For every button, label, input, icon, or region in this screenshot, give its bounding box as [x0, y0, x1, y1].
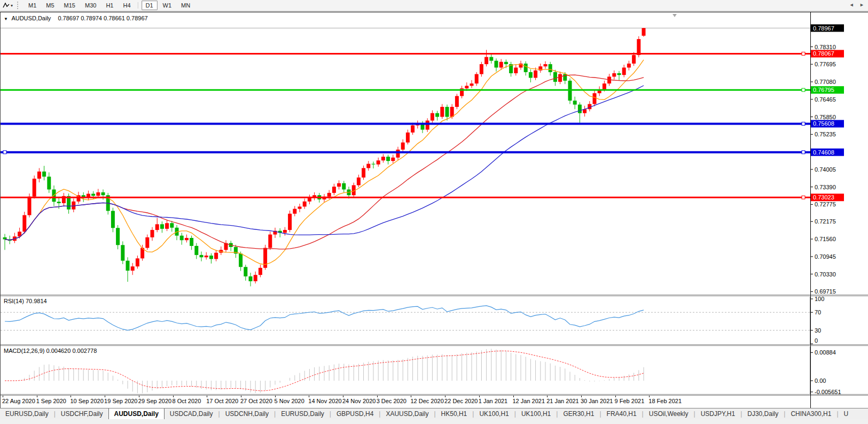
tab-usdcnh-daily[interactable]: USDCNH,Daily: [220, 409, 274, 419]
scroll-left-icon[interactable]: ◄: [849, 2, 856, 7]
date-label: 9 Feb 2021: [615, 398, 645, 404]
price-tick-label: 0.69715: [815, 288, 836, 295]
timeframe-button-m30[interactable]: M30: [81, 1, 100, 10]
chevron-down-icon[interactable]: ▾: [11, 3, 13, 8]
macd-indicator-label: MACD(12,26,9) 0.004620 0.002778: [4, 348, 97, 354]
date-tick: [411, 396, 411, 397]
timeframe-button-m15[interactable]: M15: [60, 1, 80, 10]
date-label: 22 Dec 2020: [444, 398, 478, 404]
macd-tick-label: 0.00: [815, 377, 826, 384]
date-label: 18 Feb 2021: [648, 398, 682, 404]
rsi-tick-label: 70: [815, 309, 821, 315]
tab-usdcad-daily[interactable]: USDCAD,Daily: [165, 409, 218, 419]
date-tick: [581, 396, 582, 397]
chart-tab-bar: EURUSD,Daily|USDCHF,DailyAUDUSD,DailyUSD…: [0, 408, 868, 419]
date-label: 10 Sep 2020: [70, 398, 103, 404]
zigzag-glyph: [2, 2, 10, 9]
svg-text:0.74608: 0.74608: [813, 149, 834, 156]
tab-audusd-daily[interactable]: AUDUSD,Daily: [108, 408, 165, 419]
tab-usdchf-daily[interactable]: USDCHF,Daily: [56, 409, 108, 419]
date-tick: [3, 396, 3, 397]
rsi-tick-label: 0: [815, 337, 818, 344]
timeframe-button-d1[interactable]: D1: [142, 1, 158, 10]
price-chart[interactable]: 0.783100.776950.770800.764650.758500.752…: [1, 12, 868, 295]
horizontal-line[interactable]: [1, 52, 810, 55]
date-label: 27 Oct 2020: [240, 398, 272, 404]
line-anchor[interactable]: [802, 52, 805, 55]
macd-chart[interactable]: 0.008840.00-0.005651: [1, 346, 868, 394]
tab-dj30-daily[interactable]: DJ30,Daily: [742, 409, 784, 419]
svg-text:0.76795: 0.76795: [813, 87, 834, 93]
line-anchor[interactable]: [802, 88, 805, 91]
price-tick-label: 0.71560: [815, 236, 836, 242]
toolbar-drag-grip[interactable]: [17, 2, 20, 9]
date-tick: [139, 396, 139, 397]
horizontal-line[interactable]: [1, 122, 810, 125]
tab-eurusd-daily[interactable]: EURUSD,Daily: [0, 409, 54, 419]
timeframe-button-h1[interactable]: H1: [101, 1, 118, 10]
date-label: 24 Nov 2020: [342, 398, 376, 404]
timeframe-button-mn[interactable]: MN: [177, 1, 194, 10]
tab-gbpusd-h4[interactable]: GBPUSD,H4: [331, 409, 379, 419]
slow-ma-line[interactable]: [5, 86, 644, 240]
tab-uk100-h1[interactable]: UK100,H1: [516, 409, 556, 419]
horizontal-line[interactable]: [1, 196, 810, 199]
tab-eurusd-daily[interactable]: EURUSD,Daily: [276, 409, 330, 419]
date-tick: [479, 396, 480, 397]
date-tick: [275, 396, 276, 397]
tab-usoil-weekly[interactable]: USOil,Weekly: [644, 409, 694, 419]
price-tick-label: 0.78310: [815, 44, 836, 50]
date-tick: [309, 396, 309, 397]
tab-china300-h1[interactable]: CHINA300,H1: [785, 409, 836, 419]
timeframe-button-h4[interactable]: H4: [119, 1, 135, 10]
price-tick-label: 0.72175: [815, 218, 836, 225]
timeframe-button-w1[interactable]: W1: [159, 1, 176, 10]
svg-text:0.73023: 0.73023: [813, 194, 834, 201]
rsi-chart[interactable]: 10070300: [1, 297, 868, 344]
date-label: 3 Dec 2020: [377, 398, 406, 404]
line-anchor[interactable]: [802, 151, 805, 154]
price-axis-divider: [810, 12, 811, 408]
line-anchor[interactable]: [802, 196, 805, 199]
line-anchor[interactable]: [802, 122, 805, 125]
macd-histogram: [5, 349, 644, 393]
date-tick: [615, 396, 616, 397]
tab-fra40-h1[interactable]: FRA40,H1: [601, 409, 642, 419]
price-tick-label: 0.75235: [815, 131, 836, 137]
date-label: 22 Aug 2020: [2, 398, 35, 404]
price-tick-label: 0.77080: [815, 79, 836, 85]
tab-uk100-h1[interactable]: UK100,H1: [474, 409, 514, 419]
tab-ger30-h1[interactable]: GER30,H1: [558, 409, 599, 419]
chart-window: ▼ AUDUSD,Daily 0.78697 0.78974 0.78661 0…: [0, 12, 868, 408]
horizontal-line[interactable]: [1, 88, 810, 91]
tab-u[interactable]: U: [839, 409, 854, 419]
timeframe-button-m1[interactable]: M1: [24, 1, 41, 10]
collapse-triangle-icon[interactable]: ▼: [4, 17, 8, 21]
price-tick-label: 0.76465: [815, 96, 836, 103]
line-anchor[interactable]: [3, 151, 6, 154]
timeframe-button-m5[interactable]: M5: [42, 1, 58, 10]
date-label: 1 Jan 2021: [479, 398, 507, 404]
svg-text:0.78967: 0.78967: [813, 25, 834, 32]
tab-hk50-h1[interactable]: HK50,H1: [436, 409, 473, 419]
price-tick-label: 0.70945: [815, 253, 836, 260]
timeframe-toolbar: ▾ M1M5M15M30H1H4D1W1MN: [0, 0, 868, 11]
line-studies-icon[interactable]: [2, 2, 10, 9]
price-axis[interactable]: 0.783100.776950.770800.764650.758500.752…: [810, 25, 844, 295]
panel-separator[interactable]: [1, 295, 868, 296]
chart-shift-marker[interactable]: [672, 14, 677, 17]
panel-separator[interactable]: [1, 394, 868, 396]
scroll-right-icon[interactable]: ►: [859, 2, 866, 7]
horizontal-line[interactable]: [1, 151, 810, 154]
price-tick-label: 0.70330: [815, 271, 836, 277]
panel-separator[interactable]: [1, 344, 868, 346]
date-label: 12 Dec 2020: [410, 398, 443, 404]
date-label: 1 Sep 2020: [36, 398, 66, 404]
tab-xauusd-daily[interactable]: XAUUSD,Daily: [380, 409, 434, 419]
mid-ma-line[interactable]: [5, 75, 644, 249]
tab-usdjpy-h1[interactable]: USDJPY,H1: [695, 409, 740, 419]
date-axis[interactable]: 22 Aug 20201 Sep 202010 Sep 202019 Sep 2…: [1, 396, 868, 407]
date-label: 8 Oct 2020: [173, 398, 201, 404]
date-tick: [173, 396, 174, 397]
date-tick: [513, 396, 514, 397]
